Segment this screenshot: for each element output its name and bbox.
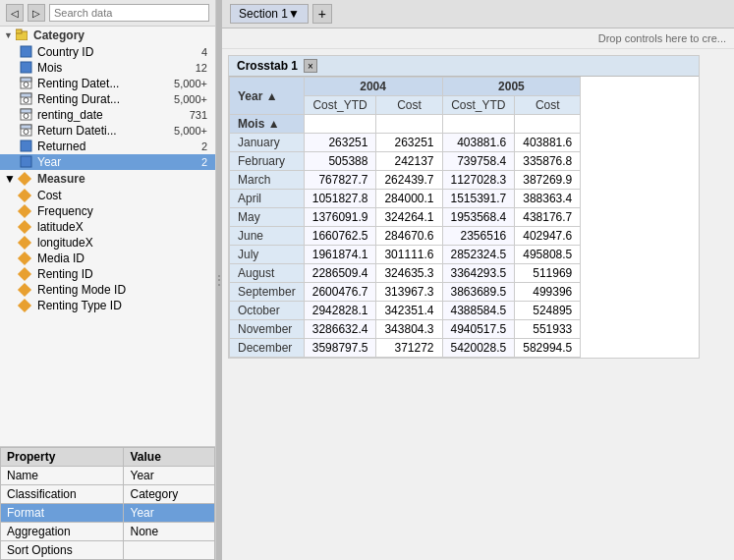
month-cell: August — [230, 264, 305, 283]
measure-items: CostFrequencylatitudeXlongitudeXMedia ID… — [0, 188, 215, 313]
add-section-button[interactable]: + — [312, 4, 332, 24]
data-cell: 387269.9 — [515, 171, 581, 190]
month-cell: April — [230, 190, 305, 208]
properties-table: Property Value NameYearClassificationCat… — [0, 447, 215, 560]
table-row: December3598797.53712725420028.5582994.5 — [230, 339, 581, 358]
data-cell: 263251 — [376, 134, 442, 152]
tree-item-countryid[interactable]: Country ID4 — [0, 44, 215, 60]
dimension-icon — [20, 77, 33, 90]
prop-row[interactable]: Sort Options — [1, 541, 215, 560]
tree-item-returned[interactable]: Returned2 — [0, 139, 215, 154]
tree-item-badge: 5,000+ — [174, 78, 211, 89]
crosstab-close-button[interactable]: × — [304, 59, 317, 73]
table-row: February505388242137739758.4335876.8 — [230, 152, 581, 171]
data-cell: 3364293.5 — [442, 264, 515, 283]
measure-item-rentingid[interactable]: Renting ID — [0, 266, 215, 282]
data-cell: 1953568.4 — [442, 208, 515, 227]
dimension-icon — [20, 92, 33, 106]
month-cell: June — [230, 227, 305, 246]
section-tab[interactable]: Section 1 ▼ — [230, 4, 309, 24]
tree-item-returndateti...[interactable]: Return Dateti...5,000+ — [0, 123, 215, 139]
table-row: August2286509.4324635.33364293.5511969 — [230, 264, 581, 283]
month-cell: March — [230, 171, 305, 190]
measure-diamond-icon — [18, 189, 31, 202]
table-row: March767827.7262439.71127028.3387269.9 — [230, 171, 581, 190]
data-cell: 511969 — [515, 264, 581, 283]
measure-label: Measure — [37, 172, 85, 186]
back-icon[interactable]: ◁ — [6, 4, 24, 22]
measure-diamond-icon — [18, 299, 31, 312]
data-cell: 3598797.5 — [304, 339, 376, 358]
measure-diamond-icon — [18, 172, 31, 186]
table-row: May1376091.9324264.11953568.4438176.7 — [230, 208, 581, 227]
measure-diamond-icon — [18, 204, 31, 218]
data-cell: 1376091.9 — [304, 208, 376, 227]
measure-item-longitudex[interactable]: longitudeX — [0, 235, 215, 251]
properties-panel: Property Value NameYearClassificationCat… — [0, 446, 215, 560]
table-row: January263251263251403881.6403881.6 — [230, 134, 581, 152]
data-cell: 2286509.4 — [304, 264, 376, 283]
metric-ytd-2004: Cost_YTD — [304, 96, 376, 115]
search-input[interactable] — [49, 4, 209, 22]
measure-item-label: Frequency — [37, 204, 93, 218]
dimension-icon — [20, 61, 33, 75]
tree-item-renting_date[interactable]: renting_date731 — [0, 107, 215, 123]
prop-row[interactable]: AggregationNone — [1, 523, 215, 541]
measure-item-cost[interactable]: Cost — [0, 188, 215, 203]
measure-item-rentingtypeid[interactable]: Renting Type ID — [0, 298, 215, 313]
tree-item-label: Renting Durat... — [37, 92, 120, 106]
data-cell: 313967.3 — [376, 283, 442, 302]
month-cell: January — [230, 134, 305, 152]
forward-icon[interactable]: ▷ — [28, 4, 45, 22]
data-cell: 242137 — [376, 152, 442, 171]
dimension-icon — [20, 140, 33, 153]
tree-item-rentingdatet...[interactable]: Renting Datet...5,000+ — [0, 76, 215, 91]
measure-item-label: Media ID — [37, 252, 85, 265]
month-cell: October — [230, 302, 305, 320]
tree-item-mois[interactable]: Mois12 — [0, 60, 215, 76]
data-cell: 1660762.5 — [304, 227, 376, 246]
data-cell: 767827.7 — [304, 171, 376, 190]
tree-item-label: Country ID — [37, 45, 93, 59]
measure-item-frequency[interactable]: Frequency — [0, 203, 215, 219]
svg-rect-3 — [21, 62, 31, 73]
prop-row[interactable]: FormatYear — [1, 504, 215, 523]
svg-rect-11 — [21, 109, 31, 113]
data-cell: 263251 — [304, 134, 376, 152]
measure-item-label: Renting Mode ID — [37, 283, 126, 297]
data-cell: 324635.3 — [376, 264, 442, 283]
data-cell: 551933 — [515, 320, 581, 339]
data-cell: 582994.5 — [515, 339, 581, 358]
svg-rect-14 — [21, 125, 31, 129]
measure-item-latitudex[interactable]: latitudeX — [0, 219, 215, 235]
data-cell: 2852324.5 — [442, 246, 515, 264]
prop-row[interactable]: NameYear — [1, 467, 215, 485]
table-row: September2600476.7313967.33863689.549939… — [230, 283, 581, 302]
month-cell: July — [230, 246, 305, 264]
data-cell: 4388584.5 — [442, 302, 515, 320]
tree-item-badge: 5,000+ — [174, 125, 211, 137]
measure-item-label: Cost — [37, 189, 62, 202]
tree-item-label: renting_date — [37, 108, 103, 122]
data-cell: 739758.4 — [442, 152, 515, 171]
svg-rect-8 — [21, 93, 31, 97]
data-cell: 1515391.7 — [442, 190, 515, 208]
tree-item-rentingdurat...[interactable]: Renting Durat...5,000+ — [0, 91, 215, 107]
prop-property: Format — [1, 504, 124, 523]
table-row: October2942828.1342351.44388584.5524895 — [230, 302, 581, 320]
tree-item-year[interactable]: Year2 — [0, 154, 215, 170]
table-row: November3286632.4343804.34940517.5551933 — [230, 320, 581, 339]
data-cell: 3286632.4 — [304, 320, 376, 339]
measure-item-label: Renting ID — [37, 267, 93, 281]
prop-row[interactable]: ClassificationCategory — [1, 485, 215, 504]
measure-item-mediaid[interactable]: Media ID — [0, 251, 215, 266]
category-header[interactable]: ▼ Category — [0, 27, 215, 44]
tree-item-label: Year — [37, 155, 61, 169]
measure-item-rentingmodeid[interactable]: Renting Mode ID — [0, 282, 215, 298]
month-cell: February — [230, 152, 305, 171]
data-cell: 495808.5 — [515, 246, 581, 264]
section-bar: Section 1 ▼ + — [222, 0, 734, 28]
measure-header[interactable]: ▼ Measure — [0, 170, 215, 188]
crosstab-area[interactable]: Crosstab 1 × Year ▲ 2004 2005 — [222, 49, 734, 560]
data-cell: 2942828.1 — [304, 302, 376, 320]
